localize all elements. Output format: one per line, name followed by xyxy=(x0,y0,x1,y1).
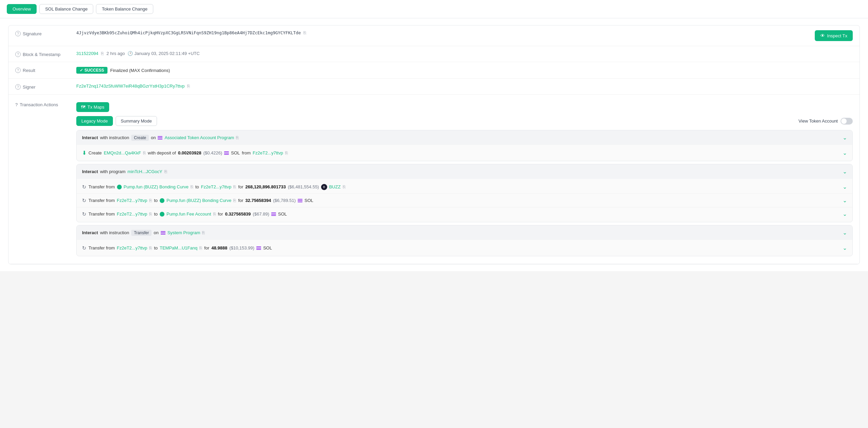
inspect-tx-area: 👁 Inspect Tx xyxy=(815,30,853,41)
transfer-row-4: ↻ Transfer from Fz2eT2...y7ttvp ⎘ to TEM… xyxy=(77,241,852,255)
pump-bonding-curve-link-1[interactable]: Pump.fun (BUZZ) Bonding Curve xyxy=(124,184,189,189)
for-text-2: for xyxy=(238,198,243,203)
on-text-3: on xyxy=(154,230,158,235)
tx-maps-button[interactable]: 🗺 Tx Maps xyxy=(76,102,109,112)
sol-lines-3 xyxy=(298,199,302,202)
sol-usd-3: ($67.89) xyxy=(253,211,269,217)
info-section: ? Signature 4JjvzVdye3BKb95cZuhoiQMh4icP… xyxy=(8,25,860,264)
tempa-link[interactable]: TEMPaM...U1Fanq xyxy=(160,245,197,250)
sol-label-4: SOL xyxy=(263,245,272,250)
signature-copy-icon[interactable]: ⎘ xyxy=(303,30,306,35)
buzz-usd: ($6,481,554.55) xyxy=(288,184,319,189)
fz2et2-link-3[interactable]: Fz2eT2...y7ttvp xyxy=(117,198,147,203)
assoc-program-copy[interactable]: ⎘ xyxy=(236,135,239,140)
time-ago: 2 hrs ago xyxy=(106,51,125,56)
block-timestamp-row: ? Block & Timestamp 311522094 ⎘ 2 hrs ag… xyxy=(8,46,860,62)
action-rows-create: ⬇ Create EMQn2d...Qa4KkF ⎘ with deposit … xyxy=(77,145,852,161)
signer-address-link[interactable]: Fz2eT2nq1743zSfuWW7eiR48qBGzrYstH3p1CRy7… xyxy=(76,83,184,89)
fz2et2-copy-5[interactable]: ⎘ xyxy=(149,245,152,250)
fz2et2-link-1[interactable]: Fz2eT2...y7ttvp xyxy=(253,150,283,155)
result-row: ? Result ✓ SUCCESS Finalized (MAX Confir… xyxy=(8,62,860,79)
chevron-down-3[interactable]: ⌄ xyxy=(843,229,847,236)
result-label: ? Result xyxy=(15,67,70,73)
buzz-amount: 268,120,896.801733 xyxy=(245,184,286,189)
pump-fee-account-link[interactable]: Pump.fun Fee Account xyxy=(166,211,211,217)
fz2et2-link-2[interactable]: Fz2eT2...y7ttvp xyxy=(201,184,232,189)
mintch-copy[interactable]: ⎘ xyxy=(164,169,167,174)
buzz-token-icon: B xyxy=(321,184,327,190)
row-chevron-3[interactable]: ⌄ xyxy=(843,197,847,204)
system-program-link[interactable]: System Program xyxy=(167,230,200,235)
chevron-down-1[interactable]: ⌄ xyxy=(843,134,847,141)
fz2et2-copy-1[interactable]: ⎘ xyxy=(285,150,288,155)
emqn-address-link[interactable]: EMQn2d...Qa4KkF xyxy=(104,150,141,155)
signature-text: 4JjvzVdye3BKb95cZuhoiQMh4icPjkqHVzpXC3Gg… xyxy=(76,30,301,35)
sol-label-3: SOL xyxy=(278,211,287,217)
sol-lines-2 xyxy=(224,151,229,155)
deposit-usd: ($0.4226) xyxy=(203,150,222,155)
buzz-copy[interactable]: ⎘ xyxy=(343,184,346,189)
action-header-create: Interact with instruction Create on Asso… xyxy=(77,130,852,145)
with-instruction-1: with instruction xyxy=(100,135,129,140)
sol-label-2: SOL xyxy=(304,198,313,203)
to-text-3: to xyxy=(154,211,158,217)
pump-bc-copy-1[interactable]: ⎘ xyxy=(191,184,193,189)
with-program-text: with program xyxy=(100,169,125,174)
summary-mode-tab[interactable]: Summary Mode xyxy=(116,116,157,126)
fz2et2-copy-2[interactable]: ⎘ xyxy=(233,184,236,189)
pump-icon-2 xyxy=(160,198,164,203)
view-token-toggle[interactable] xyxy=(841,118,853,125)
transfer-cycle-icon-2: ↻ xyxy=(82,198,86,204)
action-header-left-transfer: Interact with instruction Transfer on Sy… xyxy=(82,230,205,236)
create-text: Create xyxy=(88,150,102,155)
fz2et2-copy-4[interactable]: ⎘ xyxy=(149,211,152,217)
buzz-link[interactable]: BUZZ xyxy=(329,184,341,189)
tempa-copy[interactable]: ⎘ xyxy=(199,245,202,250)
to-text-2: to xyxy=(154,198,158,203)
pump-bc-copy-2[interactable]: ⎘ xyxy=(233,198,236,203)
interact-label-1: Interact xyxy=(82,135,98,140)
fz2et2-link-4[interactable]: Fz2eT2...y7ttvp xyxy=(117,211,147,217)
tab-token-balance[interactable]: Token Balance Change xyxy=(96,4,153,14)
transfer-text-2: Transfer from xyxy=(88,198,115,203)
pump-fee-copy[interactable]: ⎘ xyxy=(213,211,216,217)
mintch-program-link[interactable]: minTcH...JCGocY xyxy=(127,169,162,174)
sol-lines-icon-1 xyxy=(158,136,162,139)
inspect-tx-button[interactable]: 👁 Inspect Tx xyxy=(815,30,853,41)
legacy-mode-tab[interactable]: Legacy Mode xyxy=(76,116,113,126)
tab-sol-balance[interactable]: SOL Balance Change xyxy=(39,4,93,14)
row-chevron-5[interactable]: ⌄ xyxy=(843,245,847,251)
row-chevron-1[interactable]: ⌄ xyxy=(843,150,847,156)
sol-usd-2: ($6,789.51) xyxy=(273,198,296,203)
sol-lines-6 xyxy=(256,246,261,250)
fz2et2-link-5[interactable]: Fz2eT2...y7ttvp xyxy=(117,245,147,250)
eye-icon: 👁 xyxy=(820,33,825,38)
transfer-cycle-icon-4: ↻ xyxy=(82,245,86,251)
block-copy-icon[interactable]: ⎘ xyxy=(101,51,104,56)
pump-bonding-curve-link-2[interactable]: Pump.fun (BUZZ) Bonding Curve xyxy=(166,198,231,203)
chevron-down-2[interactable]: ⌄ xyxy=(843,168,847,175)
actions-help-icon: ? xyxy=(15,102,18,107)
block-number-link[interactable]: 311522094 xyxy=(76,51,98,56)
sol-lines-5 xyxy=(161,231,165,235)
from-text-1: from xyxy=(242,150,251,155)
sol-token-label-1: SOL xyxy=(231,150,240,155)
interact-label-3: Interact xyxy=(82,230,98,235)
fz2et2-copy-3[interactable]: ⎘ xyxy=(149,198,152,203)
row-chevron-2[interactable]: ⌄ xyxy=(843,184,847,190)
signature-label: ? Signature xyxy=(15,30,70,36)
row-chevron-4[interactable]: ⌄ xyxy=(843,211,847,217)
assoc-token-program-link[interactable]: Associated Token Account Program xyxy=(164,135,234,140)
success-badge: ✓ SUCCESS xyxy=(76,67,107,74)
tab-overview[interactable]: Overview xyxy=(7,4,37,14)
signer-copy-icon[interactable]: ⎘ xyxy=(187,83,190,89)
result-value: ✓ SUCCESS Finalized (MAX Confirmations) xyxy=(76,67,853,74)
transfer-text-3: Transfer from xyxy=(88,211,115,217)
emqn-copy[interactable]: ⎘ xyxy=(143,150,146,155)
system-program-copy[interactable]: ⎘ xyxy=(202,230,205,235)
transaction-actions-section: ? Transaction Actions 🗺 Tx Maps Legacy M… xyxy=(8,95,860,264)
for-text-3: for xyxy=(218,211,223,217)
transfer-cycle-icon-1: ↻ xyxy=(82,184,86,190)
view-token-account-label: View Token Account xyxy=(798,118,838,124)
top-tab-bar: Overview SOL Balance Change Token Balanc… xyxy=(0,0,868,18)
